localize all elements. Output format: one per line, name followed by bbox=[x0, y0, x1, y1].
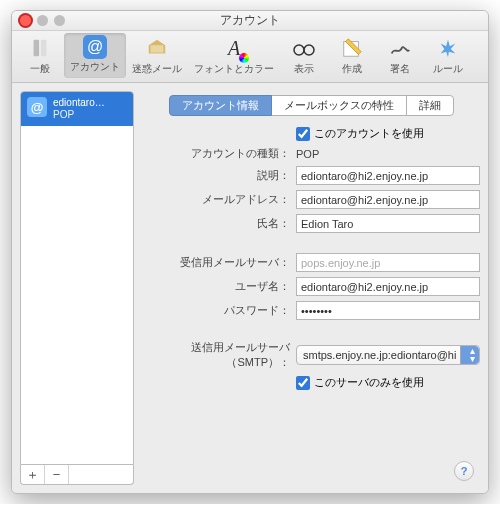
description-label: 説明： bbox=[142, 168, 290, 183]
account-type-label: アカウントの種類： bbox=[142, 146, 290, 161]
account-type: POP bbox=[53, 109, 105, 121]
password-label: パスワード： bbox=[142, 303, 290, 318]
toolbar: 一般 @ アカウント 迷惑メール A フォントとカラー 表示 bbox=[12, 31, 488, 83]
toolbar-label: 迷惑メール bbox=[132, 62, 182, 76]
rules-icon bbox=[435, 35, 461, 61]
account-item-selected[interactable]: @ ediontaro… POP bbox=[21, 92, 133, 126]
toolbar-label: ルール bbox=[433, 62, 463, 76]
svg-point-3 bbox=[294, 45, 304, 55]
toolbar-label: 一般 bbox=[30, 62, 50, 76]
preferences-window: アカウント 一般 @ アカウント 迷惑メール A フォントとカラー bbox=[11, 10, 489, 494]
close-icon[interactable] bbox=[20, 15, 31, 26]
tab-mailbox-behaviors[interactable]: メールボックスの特性 bbox=[271, 95, 407, 116]
sidebar-footer: ＋ − bbox=[20, 465, 134, 485]
zoom-icon bbox=[54, 15, 65, 26]
add-account-button[interactable]: ＋ bbox=[21, 465, 45, 484]
smtp-server-select[interactable]: smtps.enjoy.ne.jp:ediontaro@hi ▴▾ bbox=[296, 345, 480, 365]
titlebar: アカウント bbox=[12, 11, 488, 31]
toolbar-label: 作成 bbox=[342, 62, 362, 76]
toolbar-item-rules[interactable]: ルール bbox=[424, 33, 472, 78]
help-button[interactable]: ? bbox=[454, 461, 474, 481]
toolbar-item-general[interactable]: 一般 bbox=[16, 33, 64, 78]
accounts-sidebar: @ ediontaro… POP ＋ − bbox=[20, 91, 134, 485]
segmented-tabs: アカウント情報 メールボックスの特性 詳細 bbox=[142, 95, 480, 116]
minimize-icon bbox=[37, 15, 48, 26]
use-only-this-server-label: このサーバのみを使用 bbox=[314, 375, 424, 390]
window-title: アカウント bbox=[12, 12, 488, 29]
signature-icon bbox=[387, 35, 413, 61]
svg-point-4 bbox=[304, 45, 314, 55]
account-form: このアカウントを使用 アカウントの種類： POP 説明： メールアドレス： 氏名… bbox=[142, 126, 480, 390]
fonts-icon: A bbox=[221, 35, 247, 61]
smtp-server-value: smtps.enjoy.ne.jp:ediontaro@hi bbox=[303, 349, 459, 361]
username-field[interactable] bbox=[296, 277, 480, 296]
toolbar-item-viewing[interactable]: 表示 bbox=[280, 33, 328, 78]
toolbar-item-junk[interactable]: 迷惑メール bbox=[126, 33, 188, 78]
window-controls bbox=[20, 15, 65, 26]
incoming-server-label: 受信用メールサーバ： bbox=[142, 255, 290, 270]
email-label: メールアドレス： bbox=[142, 192, 290, 207]
at-icon: @ bbox=[83, 35, 107, 59]
toolbar-item-composing[interactable]: 作成 bbox=[328, 33, 376, 78]
password-field[interactable] bbox=[296, 301, 480, 320]
toolbar-item-signatures[interactable]: 署名 bbox=[376, 33, 424, 78]
glasses-icon bbox=[291, 35, 317, 61]
email-field[interactable] bbox=[296, 190, 480, 209]
tab-advanced[interactable]: 詳細 bbox=[406, 95, 454, 116]
description-field[interactable] bbox=[296, 166, 480, 185]
account-detail-pane: アカウント情報 メールボックスの特性 詳細 このアカウントを使用 アカウントの種… bbox=[142, 91, 480, 485]
toolbar-item-accounts[interactable]: @ アカウント bbox=[64, 33, 126, 78]
content-area: @ ediontaro… POP ＋ − アカウント情報 メールボックスの特性 … bbox=[12, 83, 488, 493]
toolbar-item-fonts[interactable]: A フォントとカラー bbox=[188, 33, 280, 78]
enable-account-checkbox[interactable] bbox=[296, 127, 310, 141]
chevron-updown-icon: ▴▾ bbox=[470, 347, 475, 363]
username-label: ユーザ名： bbox=[142, 279, 290, 294]
toolbar-label: フォントとカラー bbox=[194, 62, 274, 76]
account-name: ediontaro… bbox=[53, 97, 105, 109]
fullname-field[interactable] bbox=[296, 214, 480, 233]
account-list[interactable]: @ ediontaro… POP bbox=[20, 91, 134, 465]
remove-account-button[interactable]: − bbox=[45, 465, 69, 484]
smtp-label: 送信用メールサーバ（SMTP）： bbox=[142, 340, 290, 370]
account-type-value: POP bbox=[296, 148, 480, 160]
incoming-server-field bbox=[296, 253, 480, 272]
compose-icon bbox=[339, 35, 365, 61]
toolbar-label: 表示 bbox=[294, 62, 314, 76]
enable-account-label: このアカウントを使用 bbox=[314, 126, 424, 141]
use-only-this-server-checkbox[interactable] bbox=[296, 376, 310, 390]
switch-icon bbox=[27, 35, 53, 61]
svg-rect-1 bbox=[41, 40, 46, 57]
svg-rect-0 bbox=[34, 40, 40, 57]
toolbar-label: アカウント bbox=[70, 60, 120, 74]
tab-account-info[interactable]: アカウント情報 bbox=[169, 95, 272, 116]
at-icon: @ bbox=[27, 97, 47, 117]
svg-rect-2 bbox=[151, 45, 164, 52]
toolbar-label: 署名 bbox=[390, 62, 410, 76]
fullname-label: 氏名： bbox=[142, 216, 290, 231]
junk-icon bbox=[144, 35, 170, 61]
